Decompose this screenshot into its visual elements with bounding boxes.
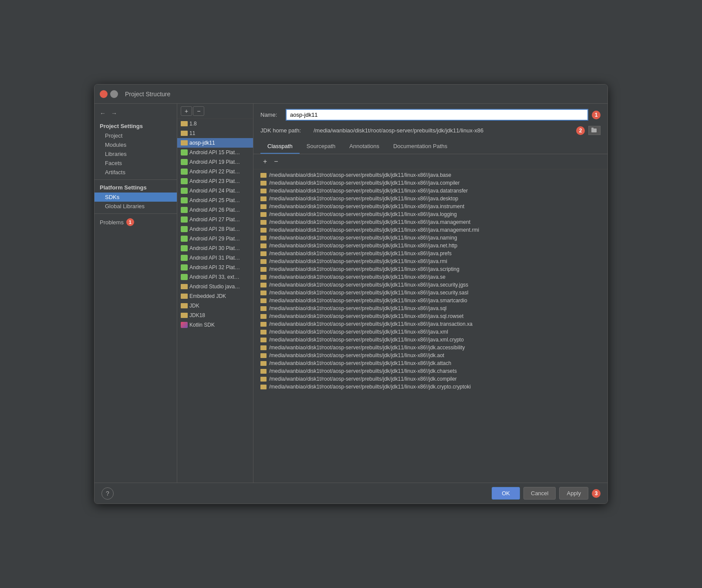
classpath-entry[interactable]: /media/wanbiao/disk1t/root/aosp-server/p… — [253, 320, 608, 328]
sdk-entry-label: Android API 29 Plat… — [189, 236, 240, 242]
sdk-entry-label: Android API 19 Plat… — [189, 159, 240, 165]
classpath-entry-text: /media/wanbiao/disk1t/root/aosp-server/p… — [269, 235, 457, 241]
classpath-entry[interactable]: /media/wanbiao/disk1t/root/aosp-server/p… — [253, 383, 608, 391]
nav-back-button[interactable]: ← — [98, 109, 108, 118]
android-icon — [181, 169, 188, 175]
classpath-remove-button[interactable]: − — [271, 157, 280, 166]
jdk-badge: 2 — [576, 126, 585, 135]
tab-classpath[interactable]: Classpath — [260, 139, 300, 154]
apply-button[interactable]: Apply — [559, 487, 588, 500]
classpath-entry[interactable]: /media/wanbiao/disk1t/root/aosp-server/p… — [253, 250, 608, 257]
folder-icon — [260, 369, 267, 374]
classpath-entry-text: /media/wanbiao/disk1t/root/aosp-server/p… — [269, 266, 459, 272]
sidebar-problems[interactable]: Problems 1 — [94, 216, 177, 228]
classpath-entry[interactable]: /media/wanbiao/disk1t/root/aosp-server/p… — [253, 210, 608, 218]
classpath-entry-text: /media/wanbiao/disk1t/root/aosp-server/p… — [269, 290, 468, 296]
close-button[interactable] — [100, 90, 108, 98]
classpath-entry[interactable]: /media/wanbiao/disk1t/root/aosp-server/p… — [253, 289, 608, 297]
tab-sourcepath[interactable]: Sourcepath — [300, 139, 343, 154]
sdk-list-item[interactable]: Android API 27 Plat… — [177, 215, 253, 224]
classpath-entry-text: /media/wanbiao/disk1t/root/aosp-server/p… — [269, 305, 447, 311]
sdk-list-item[interactable]: Android API 32 Plat… — [177, 263, 253, 272]
tab-documentation-paths[interactable]: Documentation Paths — [386, 139, 454, 154]
classpath-entry-text: /media/wanbiao/disk1t/root/aosp-server/p… — [269, 321, 472, 327]
classpath-entry[interactable]: /media/wanbiao/disk1t/root/aosp-server/p… — [253, 312, 608, 320]
sdk-entry-label: aosp-jdk11 — [189, 140, 215, 146]
sdk-list-item[interactable]: Android API 33, ext… — [177, 272, 253, 282]
sdk-list-item[interactable]: 11 — [177, 128, 253, 138]
classpath-entry[interactable]: /media/wanbiao/disk1t/root/aosp-server/p… — [253, 187, 608, 195]
sdk-list-item[interactable]: Android API 23 Plat… — [177, 176, 253, 186]
sidebar-item-artifacts[interactable]: Artifacts — [94, 168, 177, 177]
name-badge: 1 — [592, 111, 601, 119]
sdk-list-item[interactable]: Android API 24 Plat… — [177, 186, 253, 196]
classpath-entry[interactable]: /media/wanbiao/disk1t/root/aosp-server/p… — [253, 195, 608, 203]
classpath-entry-text: /media/wanbiao/disk1t/root/aosp-server/p… — [269, 274, 446, 280]
sdk-list-item[interactable]: JDK18 — [177, 311, 253, 320]
sdk-remove-button[interactable]: − — [193, 106, 204, 116]
classpath-entry[interactable]: /media/wanbiao/disk1t/root/aosp-server/p… — [253, 351, 608, 359]
folder-icon — [260, 338, 267, 342]
sdk-list-item[interactable]: Embedded JDK — [177, 291, 253, 301]
help-button[interactable]: ? — [101, 487, 114, 500]
cancel-button[interactable]: Cancel — [523, 487, 556, 500]
classpath-entry[interactable]: /media/wanbiao/disk1t/root/aosp-server/p… — [253, 328, 608, 336]
sidebar-item-facets[interactable]: Facets — [94, 159, 177, 168]
classpath-entry[interactable]: /media/wanbiao/disk1t/root/aosp-server/p… — [253, 344, 608, 351]
project-structure-window: Project Structure ← → Project Settings P… — [94, 84, 608, 504]
sdk-list-item[interactable]: JDK — [177, 301, 253, 311]
classpath-entry[interactable]: /media/wanbiao/disk1t/root/aosp-server/p… — [253, 359, 608, 367]
classpath-entry-text: /media/wanbiao/disk1t/root/aosp-server/p… — [269, 196, 458, 202]
classpath-entry[interactable]: /media/wanbiao/disk1t/root/aosp-server/p… — [253, 242, 608, 250]
classpath-entry[interactable]: /media/wanbiao/disk1t/root/aosp-server/p… — [253, 375, 608, 383]
name-input[interactable] — [286, 109, 588, 121]
jdk-browse-button[interactable] — [588, 126, 601, 135]
sdk-list-item[interactable]: Android API 29 Plat… — [177, 234, 253, 243]
tab-annotations[interactable]: Annotations — [342, 139, 386, 154]
folder-icon — [181, 131, 188, 136]
sidebar-item-modules[interactable]: Modules — [94, 140, 177, 149]
classpath-entry[interactable]: /media/wanbiao/disk1t/root/aosp-server/p… — [253, 226, 608, 234]
sdk-list-item[interactable]: Android API 25 Plat… — [177, 196, 253, 205]
folder-icon — [260, 196, 267, 201]
sidebar-item-libraries[interactable]: Libraries — [94, 149, 177, 159]
classpath-entry-text: /media/wanbiao/disk1t/root/aosp-server/p… — [269, 329, 448, 335]
classpath-entry[interactable]: /media/wanbiao/disk1t/root/aosp-server/p… — [253, 281, 608, 289]
sidebar-item-project[interactable]: Project — [94, 131, 177, 140]
sdk-list-item[interactable]: aosp-jdk11 — [177, 138, 253, 148]
classpath-add-button[interactable]: + — [260, 157, 270, 166]
classpath-entry[interactable]: /media/wanbiao/disk1t/root/aosp-server/p… — [253, 203, 608, 210]
classpath-entry[interactable]: /media/wanbiao/disk1t/root/aosp-server/p… — [253, 273, 608, 281]
ok-button[interactable]: OK — [492, 487, 520, 500]
sdk-list-item[interactable]: Android API 28 Plat… — [177, 224, 253, 234]
minimize-button[interactable] — [110, 90, 118, 98]
classpath-entry[interactable]: /media/wanbiao/disk1t/root/aosp-server/p… — [253, 234, 608, 242]
classpath-entry[interactable]: /media/wanbiao/disk1t/root/aosp-server/p… — [253, 367, 608, 375]
classpath-entry[interactable]: /media/wanbiao/disk1t/root/aosp-server/p… — [253, 218, 608, 226]
sdk-list-item[interactable]: Android API 30 Plat… — [177, 243, 253, 253]
sdk-list-item[interactable]: Android API 26 Plat… — [177, 205, 253, 215]
classpath-entry[interactable]: /media/wanbiao/disk1t/root/aosp-server/p… — [253, 265, 608, 273]
android-icon — [181, 207, 188, 213]
classpath-entry-text: /media/wanbiao/disk1t/root/aosp-server/p… — [269, 188, 468, 194]
sdk-list-item[interactable]: Android API 22 Plat… — [177, 167, 253, 176]
android-icon — [181, 197, 188, 203]
sdk-list-item[interactable]: Android API 15 Plat… — [177, 148, 253, 157]
classpath-entry[interactable]: /media/wanbiao/disk1t/root/aosp-server/p… — [253, 257, 608, 265]
nav-forward-button[interactable]: → — [109, 109, 119, 118]
sdk-list-item[interactable]: Kotlin SDK — [177, 320, 253, 330]
sidebar-item-sdks[interactable]: SDKs — [94, 193, 177, 202]
sdk-entry-label: Embedded JDK — [189, 293, 226, 299]
classpath-entry[interactable]: /media/wanbiao/disk1t/root/aosp-server/p… — [253, 336, 608, 344]
classpath-entry[interactable]: /media/wanbiao/disk1t/root/aosp-server/p… — [253, 179, 608, 187]
sdk-list-item[interactable]: Android Studio java… — [177, 282, 253, 291]
sdk-list-item[interactable]: 1.8 — [177, 119, 253, 128]
classpath-entry[interactable]: /media/wanbiao/disk1t/root/aosp-server/p… — [253, 304, 608, 312]
sdk-list-item[interactable]: Android API 19 Plat… — [177, 157, 253, 167]
classpath-entry[interactable]: /media/wanbiao/disk1t/root/aosp-server/p… — [253, 171, 608, 179]
classpath-entry[interactable]: /media/wanbiao/disk1t/root/aosp-server/p… — [253, 297, 608, 304]
sdk-list-item[interactable]: Android API 31 Plat… — [177, 253, 253, 263]
sdk-add-button[interactable]: + — [181, 106, 192, 116]
classpath-controls: + − — [253, 154, 608, 169]
sidebar-item-global-libraries[interactable]: Global Libraries — [94, 202, 177, 211]
